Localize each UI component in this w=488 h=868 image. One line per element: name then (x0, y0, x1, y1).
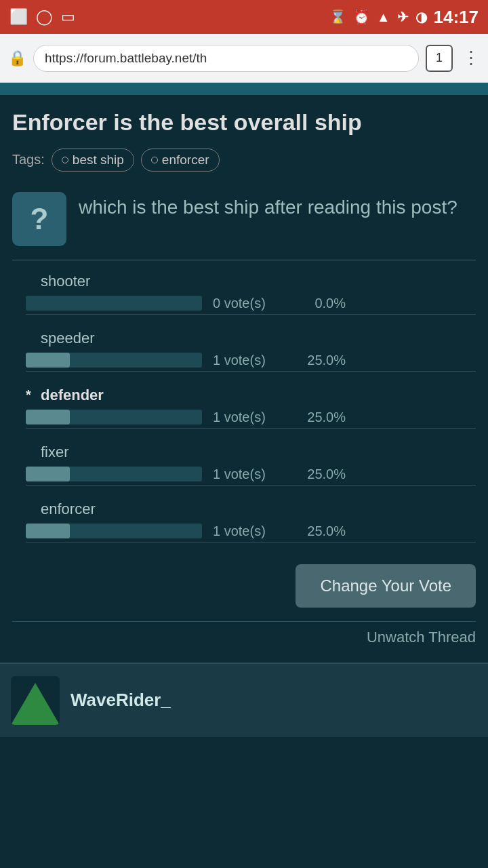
option-bar-track-shooter (26, 296, 202, 311)
option-pct-enforcer: 25.0% (298, 524, 346, 539)
tag-dot-2 (151, 157, 158, 163)
poll-option-fixer: fixer 1 vote(s) 25.0% (26, 443, 476, 486)
option-pct-speeder: 25.0% (298, 353, 346, 368)
option-bar-fill-speeder (26, 353, 70, 368)
plane-icon: ✈ (397, 9, 409, 25)
alarm-icon: ⏰ (353, 9, 370, 25)
tag-best-ship[interactable]: best ship (52, 149, 134, 172)
avatar-triangle (11, 683, 60, 725)
lock-icon: 🔒 (8, 50, 26, 67)
poll-option-defender: * defender 1 vote(s) 25.0% (26, 387, 476, 429)
option-name-defender: defender (41, 387, 104, 404)
option-bar-track-speeder (26, 353, 202, 368)
whatsapp-icon: ◯ (36, 8, 53, 26)
poll-divider (12, 260, 476, 260)
poll-container: ? which is the best ship after reading t… (12, 192, 476, 246)
header-band (0, 83, 488, 95)
option-divider-shooter (26, 314, 476, 315)
option-votes-fixer: 1 vote(s) (213, 467, 287, 482)
change-vote-button[interactable]: Change Your Vote (296, 564, 476, 608)
instagram-icon: ⬜ (9, 8, 28, 26)
page-title: Enforcer is the best overall ship (12, 108, 476, 136)
option-bar-fill-enforcer (26, 524, 70, 538)
battery-status-icon: ◑ (415, 9, 427, 25)
clipboard-icon: ⌛ (329, 9, 346, 25)
option-name-speeder: speeder (41, 330, 95, 347)
tags-row: Tags: best ship enforcer (12, 149, 476, 172)
option-name-shooter: shooter (41, 273, 90, 290)
poll-option-speeder: speeder 1 vote(s) 25.0% (26, 330, 476, 372)
tag-label-enforcer: enforcer (162, 153, 209, 167)
poll-option-shooter: shooter 0 vote(s) 0.0% (26, 273, 476, 315)
option-divider-fixer (26, 485, 476, 486)
post-preview: WaveRider_ (0, 663, 488, 737)
tags-label: Tags: (12, 152, 45, 167)
status-bar: ⬜ ◯ ▭ ⌛ ⏰ ▲ ✈ ◑ 14:17 (0, 0, 488, 34)
option-divider-defender (26, 428, 476, 429)
browser-bar: 🔒 https://forum.battlebay.net/th 1 ⋮ (0, 34, 488, 83)
option-votes-defender: 1 vote(s) (213, 410, 287, 425)
status-bar-left: ⬜ ◯ ▭ (9, 8, 75, 26)
option-votes-enforcer: 1 vote(s) (213, 524, 287, 539)
option-divider-enforcer (26, 542, 476, 542)
main-content: Enforcer is the best overall ship Tags: … (0, 95, 488, 663)
status-bar-right: ⌛ ⏰ ▲ ✈ ◑ 14:17 (329, 7, 479, 28)
option-pct-fixer: 25.0% (298, 467, 346, 482)
option-bar-track-fixer (26, 467, 202, 481)
unwatch-thread-link[interactable]: Unwatch Thread (367, 629, 476, 646)
option-marker-defender: * (26, 387, 35, 403)
clock: 14:17 (434, 7, 479, 28)
option-bar-fill-fixer (26, 467, 70, 481)
option-pct-shooter: 0.0% (298, 296, 346, 311)
tag-label-best-ship: best ship (73, 153, 124, 167)
option-votes-speeder: 1 vote(s) (213, 353, 287, 368)
poll-options: shooter 0 vote(s) 0.0% speeder 1 vot (12, 273, 476, 542)
option-bar-track-enforcer (26, 524, 202, 538)
option-name-enforcer: enforcer (41, 500, 96, 518)
tab-button[interactable]: 1 (426, 45, 453, 72)
tag-dot (62, 157, 68, 163)
option-divider-speeder (26, 371, 476, 372)
poll-icon: ? (12, 192, 66, 246)
poll-question: which is the best ship after reading thi… (79, 192, 458, 246)
wifi-icon: ▲ (377, 9, 390, 25)
unwatch-row: Unwatch Thread (12, 621, 476, 663)
post-avatar (11, 676, 60, 725)
option-bar-fill-defender (26, 410, 70, 425)
option-votes-shooter: 0 vote(s) (213, 296, 287, 311)
btn-row: Change Your Vote (12, 557, 476, 621)
option-bar-track-defender (26, 410, 202, 425)
option-name-fixer: fixer (41, 443, 69, 461)
post-username: WaveRider_ (70, 690, 171, 711)
poll-option-enforcer: enforcer 1 vote(s) 25.0% (26, 500, 476, 542)
battery-icon: ▭ (61, 8, 75, 26)
browser-menu-button[interactable]: ⋮ (462, 47, 480, 68)
option-pct-defender: 25.0% (298, 410, 346, 425)
url-bar[interactable]: https://forum.battlebay.net/th (33, 45, 419, 72)
tag-enforcer[interactable]: enforcer (141, 149, 220, 172)
